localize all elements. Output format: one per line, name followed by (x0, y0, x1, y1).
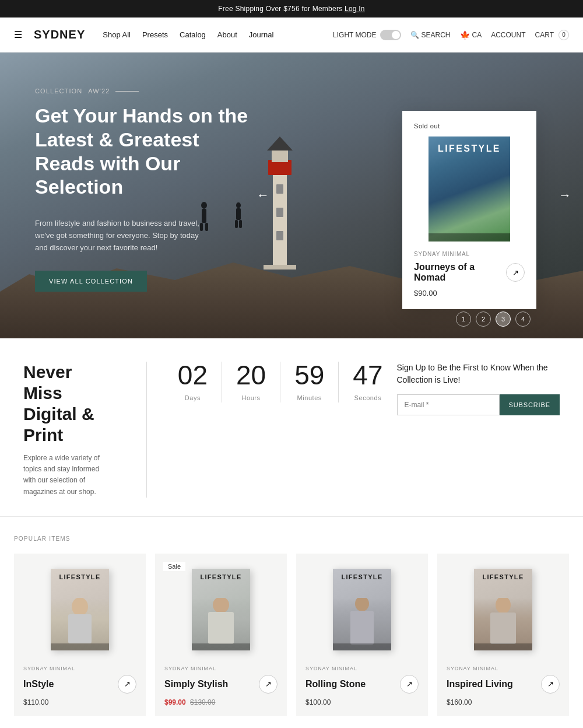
countdown-seconds-label: Seconds (354, 394, 382, 401)
product-name-row-4: Inspired Living ↗ (447, 675, 560, 694)
search-icon: 🔍 (410, 31, 419, 39)
header-left: ☰ SYDNEY Shop All Presets Catalog About … (14, 28, 273, 41)
subscribe-button[interactable]: SUBSCRIBE (500, 394, 560, 415)
countdown-heading: Never Miss Digital & Print (23, 362, 106, 446)
nav-journal[interactable]: Journal (249, 30, 274, 39)
cover-title: LIFESTYLE (429, 144, 510, 154)
popular-label: POPULAR ITEMS (14, 536, 569, 542)
svg-point-22 (496, 598, 511, 614)
product-3-arrow-button[interactable]: ↗ (400, 675, 419, 694)
svg-rect-21 (350, 611, 374, 645)
hero-prev-arrow[interactable]: ← (257, 188, 269, 203)
logo[interactable]: SYDNEY (34, 28, 85, 41)
popular-section: POPULAR ITEMS LIFESTYLE SYDNAY MINIMAL (0, 517, 583, 728)
product-name-row-3: Rolling Stone ↗ (305, 675, 419, 694)
sale-badge-2: Sale (163, 562, 185, 571)
product-1-arrow-button[interactable]: ↗ (118, 675, 136, 694)
nav-presets[interactable]: Presets (142, 30, 168, 39)
svg-rect-19 (208, 612, 234, 644)
countdown-hours: 20 Hours (222, 362, 280, 402)
product-name-3: Rolling Stone (305, 679, 366, 690)
product-image-3: LIFESTYLE (305, 563, 419, 656)
email-row: SUBSCRIBE (397, 394, 560, 415)
product-4-arrow-button[interactable]: ↗ (541, 675, 560, 694)
product-arrow-button[interactable]: ↗ (506, 263, 525, 282)
countdown-description: Explore a wide variety of topics and sta… (23, 453, 106, 498)
product-name-row-1: InStyle ↗ (23, 675, 136, 694)
main-nav: Shop All Presets Catalog About Journal (103, 30, 273, 39)
hero-section: COLLECTION AW'22 Get Your Hands on the L… (0, 52, 583, 338)
region-label: CA (472, 31, 482, 39)
nav-shop-all[interactable]: Shop All (103, 30, 131, 39)
product-item-1: LIFESTYLE SYDNAY MINIMAL InStyle ↗ $110.… (14, 554, 146, 716)
nav-catalog[interactable]: Catalog (180, 30, 206, 39)
email-input[interactable] (397, 394, 500, 415)
product-price-2: $99.00 $130.00 (164, 698, 278, 706)
countdown-seconds-value: 47 (353, 362, 382, 388)
svg-point-16 (72, 598, 88, 616)
countdown-minutes-value: 59 (294, 362, 324, 388)
svg-rect-7 (264, 265, 296, 270)
announcement-bar: Free Shipping Over $756 for Members Log … (0, 0, 583, 18)
region-selector[interactable]: 🍁 CA (460, 30, 482, 40)
cart-count: 0 (559, 30, 569, 40)
countdown-days: 02 Days (164, 362, 222, 402)
countdown-signup: Sign Up to Be the First to Know When the… (397, 362, 560, 415)
product-brand-2: SYDNAY MINIMAL (164, 666, 278, 671)
search-button[interactable]: 🔍 SEARCH (410, 31, 451, 39)
product-price-1: $110.00 (23, 698, 136, 706)
product-2-arrow-button[interactable]: ↗ (259, 675, 278, 694)
product-price-3: $100.00 (305, 698, 419, 706)
toggle-switch[interactable] (380, 30, 401, 40)
svg-point-20 (355, 598, 369, 611)
countdown-signup-text: Sign Up to Be the First to Know When the… (397, 362, 560, 386)
countdown-section: Never Miss Digital & Print Explore a wid… (0, 338, 583, 517)
product-image-2: LIFESTYLE (164, 563, 278, 656)
cart-button[interactable]: CART 0 (535, 30, 569, 40)
magazine-cover-3: LIFESTYLE (333, 569, 391, 650)
price-sale-2: $99.00 (164, 698, 186, 706)
carousel-dot-4[interactable]: 4 (515, 312, 531, 327)
product-card-image: LIFESTYLE (429, 136, 510, 242)
announcement-link[interactable]: Log In (345, 5, 365, 13)
product-image-4: LIFESTYLE (447, 563, 560, 656)
countdown-seconds: 47 Seconds (339, 362, 396, 402)
product-brand: SYDNAY MINIMAL (414, 251, 525, 257)
hero-product-card: Sold out LIFESTYLE SYDNAY MINIMAL Journe… (402, 111, 536, 309)
hamburger-icon[interactable]: ☰ (14, 29, 22, 40)
account-button[interactable]: ACCOUNT (491, 31, 525, 39)
header: ☰ SYDNEY Shop All Presets Catalog About … (0, 18, 583, 52)
product-item-2: Sale LIFESTYLE SYDNAY MINIMAL Simply Sty… (155, 554, 287, 716)
svg-rect-5 (276, 208, 283, 217)
product-name-1: InStyle (23, 679, 54, 690)
product-item-4: LIFESTYLE SYDNAY MINIMAL Inspired Living… (437, 554, 569, 716)
product-price-4: $160.00 (447, 698, 560, 706)
announcement-text: Free Shipping Over $756 for Members (218, 5, 342, 13)
carousel-dot-1[interactable]: 1 (456, 312, 471, 327)
countdown-hours-label: Hours (242, 394, 261, 401)
view-collection-button[interactable]: VIEW ALL COLLECTION (35, 271, 147, 292)
hero-content: COLLECTION AW'22 Get Your Hands on the L… (35, 88, 257, 292)
svg-point-18 (213, 598, 229, 613)
product-name-row: Journeys of a Nomad ↗ (414, 262, 525, 283)
carousel-dot-3[interactable]: 3 (496, 312, 511, 327)
svg-rect-4 (276, 184, 283, 194)
svg-marker-3 (267, 136, 293, 150)
nav-about[interactable]: About (217, 30, 237, 39)
countdown-minutes: 59 Minutes (280, 362, 339, 402)
svg-rect-17 (68, 614, 92, 643)
svg-rect-6 (276, 231, 283, 240)
hero-title: Get Your Hands on the Latest & Greatest … (35, 104, 257, 199)
collection-label: COLLECTION AW'22 (35, 88, 257, 94)
hero-next-arrow[interactable]: → (559, 188, 571, 203)
toggle-knob (392, 31, 400, 39)
countdown-left: Never Miss Digital & Print Explore a wid… (23, 362, 106, 498)
products-grid: LIFESTYLE SYDNAY MINIMAL InStyle ↗ $110.… (14, 554, 569, 716)
carousel-dot-2[interactable]: 2 (476, 312, 491, 327)
product-name-4: Inspired Living (447, 679, 513, 690)
carousel-dots: 1 2 3 4 (456, 312, 531, 327)
account-label: ACCOUNT (491, 31, 525, 39)
product-item-3: LIFESTYLE SYDNAY MINIMAL Rolling Stone ↗… (296, 554, 428, 716)
product-price: $90.00 (414, 289, 525, 298)
light-mode-toggle[interactable]: LIGHT MODE (333, 30, 401, 40)
